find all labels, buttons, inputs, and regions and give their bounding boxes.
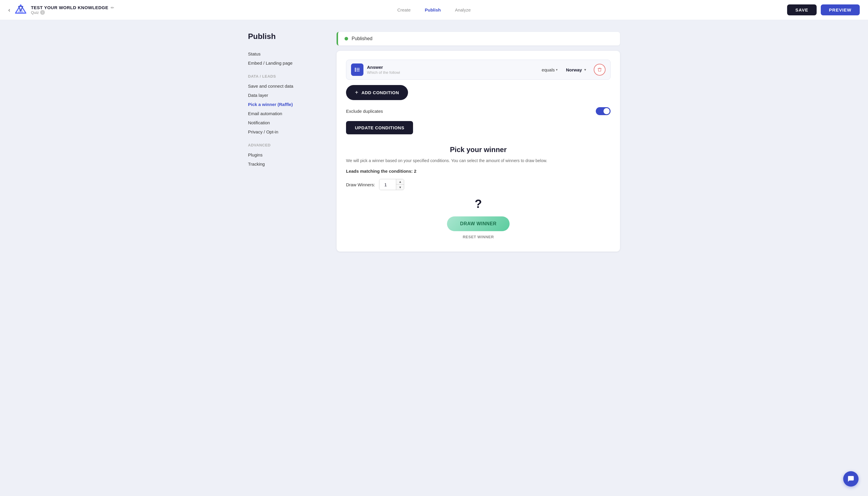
- sidebar-section-advanced: Advanced: [248, 143, 325, 147]
- condition-value-label: Norway: [566, 67, 582, 72]
- svg-rect-8: [356, 71, 360, 72]
- logo-icon: [14, 4, 27, 16]
- draw-winner-button[interactable]: DRAW WINNER: [447, 216, 510, 231]
- sidebar-item-data-layer[interactable]: Data layer: [248, 91, 325, 100]
- plus-icon: +: [355, 89, 358, 96]
- sidebar-item-raffle[interactable]: Pick a winner (Raffle): [248, 100, 325, 109]
- draw-winners-label: Draw Winners:: [346, 182, 375, 187]
- question-mark-area: ?: [346, 197, 610, 211]
- reset-winner-button[interactable]: RESET WINNER: [463, 235, 494, 239]
- sidebar-item-email[interactable]: Email automation: [248, 109, 325, 118]
- quiz-title-area: TEST YOUR WORLD KNOWLEDGE ✏ Quiz i: [31, 5, 114, 15]
- quiz-subtitle: Quiz i: [31, 10, 114, 15]
- draw-winners-input-wrap: ▲ ▼: [379, 179, 404, 190]
- sidebar-item-plugins[interactable]: Plugins: [248, 150, 325, 159]
- svg-rect-6: [356, 68, 360, 69]
- chat-bubble[interactable]: [843, 471, 858, 486]
- condition-value-dropdown[interactable]: Norway ▾: [563, 65, 590, 74]
- sidebar-item-privacy[interactable]: Privacy / Opt-in: [248, 127, 325, 136]
- trash-icon: [597, 67, 602, 72]
- nav-create[interactable]: Create: [398, 7, 411, 12]
- main-container: Publish Status Embed / Landing page Data…: [242, 20, 626, 263]
- main-card: Answer Which of the followi equals ▾ Nor…: [337, 51, 620, 251]
- condition-type-icon[interactable]: [351, 63, 363, 76]
- question-mark: ?: [475, 197, 482, 210]
- chevron-down-icon: ▾: [556, 68, 558, 72]
- svg-rect-5: [355, 71, 356, 72]
- arrow-up-button[interactable]: ▲: [396, 179, 404, 185]
- chevron-down-icon-2: ▾: [584, 68, 586, 72]
- info-icon[interactable]: i: [40, 10, 45, 15]
- draw-winners-row: Draw Winners: ▲ ▼: [346, 179, 610, 190]
- exclude-duplicates-label: Exclude duplicates: [346, 109, 383, 114]
- back-button[interactable]: ‹: [8, 6, 10, 13]
- sidebar-title: Publish: [248, 32, 325, 41]
- exclude-duplicates-row: Exclude duplicates: [346, 107, 610, 116]
- add-condition-label: ADD CONDITION: [361, 90, 399, 95]
- published-text: Published: [352, 36, 372, 41]
- sidebar-item-embed[interactable]: Embed / Landing page: [248, 59, 325, 67]
- draw-winners-arrows: ▲ ▼: [396, 179, 404, 190]
- draw-winners-input[interactable]: [379, 179, 396, 190]
- exclude-duplicates-toggle[interactable]: [596, 107, 610, 115]
- svg-rect-4: [355, 69, 356, 70]
- condition-operator-label: equals: [542, 67, 555, 72]
- sidebar-section-data-leads: Data / Leads: [248, 74, 325, 79]
- leads-count: 2: [414, 169, 416, 174]
- svg-rect-7: [356, 69, 360, 70]
- update-conditions-button[interactable]: UPDATE CONDITIONS: [346, 121, 413, 134]
- topnav-left: ‹ TEST YOUR WORLD KNOWLEDGE ✏ Quiz i: [8, 4, 292, 16]
- sidebar-item-tracking[interactable]: Tracking: [248, 159, 325, 169]
- svg-rect-3: [355, 68, 356, 69]
- winner-description: We will pick a winner based on your spec…: [346, 157, 610, 164]
- condition-row: Answer Which of the followi equals ▾ Nor…: [346, 60, 610, 80]
- topnav-right: SAVE PREVIEW: [576, 4, 860, 15]
- list-icon: [354, 66, 360, 73]
- leads-matching: Leads matching the conditions: 2: [346, 169, 610, 174]
- winner-section: Pick your winner We will pick a winner b…: [346, 143, 610, 242]
- sidebar-item-save-connect[interactable]: Save and connect data: [248, 81, 325, 91]
- add-condition-button[interactable]: + ADD CONDITION: [346, 85, 408, 100]
- topnav-center: Create Publish Analyze: [292, 7, 576, 12]
- published-banner: Published: [337, 32, 620, 45]
- condition-type-sublabel: Which of the followi: [367, 70, 536, 75]
- winner-title: Pick your winner: [346, 145, 610, 154]
- quiz-title: TEST YOUR WORLD KNOWLEDGE: [31, 5, 108, 10]
- sidebar: Publish Status Embed / Landing page Data…: [248, 32, 325, 251]
- nav-publish[interactable]: Publish: [425, 7, 441, 12]
- quiz-title-row: TEST YOUR WORLD KNOWLEDGE ✏: [31, 5, 114, 10]
- nav-analyze[interactable]: Analyze: [455, 7, 470, 12]
- sidebar-item-notification[interactable]: Notification: [248, 118, 325, 127]
- published-dot: [344, 37, 348, 41]
- content-area: Published Answer Which: [337, 32, 620, 251]
- chat-icon: [847, 475, 855, 483]
- edit-icon[interactable]: ✏: [111, 5, 114, 10]
- preview-button[interactable]: PREVIEW: [821, 4, 860, 15]
- delete-condition-button[interactable]: [594, 64, 606, 76]
- toggle-knob: [603, 108, 610, 114]
- condition-operator-dropdown[interactable]: equals ▾: [539, 65, 560, 74]
- sidebar-item-status[interactable]: Status: [248, 49, 325, 59]
- condition-text-area: Answer Which of the followi: [367, 65, 536, 75]
- condition-type-label: Answer: [367, 65, 536, 70]
- topnav: ‹ TEST YOUR WORLD KNOWLEDGE ✏ Quiz i Cre…: [0, 0, 868, 20]
- save-button[interactable]: SAVE: [787, 4, 817, 15]
- arrow-down-button[interactable]: ▼: [396, 185, 404, 190]
